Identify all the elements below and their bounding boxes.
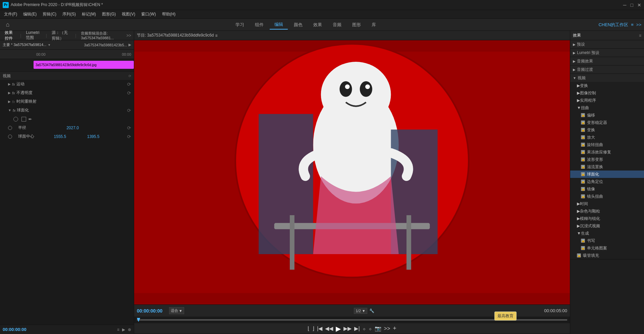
center-watch-icon[interactable]	[8, 135, 12, 139]
rect-tool-icon[interactable]	[21, 117, 26, 122]
ellipse-tool-icon[interactable]	[13, 117, 18, 122]
transport-more-btn[interactable]: >>	[383, 325, 391, 332]
add-marker-btn[interactable]: +	[392, 324, 397, 333]
workspace-current[interactable]: CHEN的工作区 ≡ >>	[598, 22, 641, 28]
maximize-button[interactable]: □	[631, 2, 633, 8]
ec-play-icon[interactable]: ▶	[122, 327, 125, 332]
go-start-btn[interactable]: |◀	[316, 325, 323, 332]
opacity-reset[interactable]: ⟳	[127, 90, 131, 96]
transform-sub[interactable]: ▶ 变换	[570, 82, 644, 89]
go-end-btn[interactable]: ▶|	[354, 325, 360, 332]
opacity-item[interactable]: ▶ fx 不透明度 ⟳	[0, 89, 134, 97]
wrench-icon[interactable]: 🔧	[369, 308, 374, 313]
corner-pin-item[interactable]: 🔒 边角定位	[570, 178, 644, 185]
menu-file[interactable]: 文件(F)	[1, 11, 20, 18]
program-menu-icon[interactable]: ≡	[215, 33, 218, 38]
lumetri-presets-header[interactable]: ▶ Lumetri 预设	[570, 49, 644, 57]
close-button[interactable]: ✕	[637, 2, 641, 8]
radius-item[interactable]: 半径 2027.0 ⟳	[0, 124, 134, 132]
audio-transitions-header[interactable]: ▶ 音频过渡	[570, 65, 644, 74]
ws-tab-audio[interactable]: 音频	[328, 20, 346, 29]
minimize-button[interactable]: ─	[623, 2, 627, 8]
ws-tab-edit[interactable]: 编辑	[270, 20, 288, 30]
mark-out-btn[interactable]: ⌋	[312, 325, 315, 332]
menu-window[interactable]: 窗口(W)	[139, 11, 158, 18]
write-on-item[interactable]: 🔒 书写	[570, 237, 644, 244]
fit-dropdown[interactable]: 适合 ▼	[169, 307, 184, 314]
ws-tab-graphics[interactable]: 图形	[347, 20, 366, 29]
pen-tool-icon[interactable]: ✒	[28, 116, 32, 122]
spherize-header-item[interactable]: ▼ fx 球面化 ⟳	[0, 106, 134, 115]
offset-item[interactable]: 🔒 偏移	[570, 111, 644, 119]
warp-stab-item[interactable]: 🔒 变形稳定器	[570, 119, 644, 126]
wave-warp-item[interactable]: 🔒 波形变形	[570, 156, 644, 163]
workspace-more-icon[interactable]: >>	[636, 22, 641, 27]
menu-view[interactable]: 视图(V)	[119, 11, 138, 18]
presets-header[interactable]: ▶ 预设	[570, 40, 644, 48]
timecode-display[interactable]: 00:00:00:00	[137, 308, 167, 314]
ec-filter-icon[interactable]: ≡	[117, 327, 119, 332]
mirror-item[interactable]: 🔒 镜像	[570, 185, 644, 193]
insert-btn[interactable]: ⬦	[362, 325, 367, 332]
center-x-value[interactable]: 1555.5	[54, 134, 66, 139]
menu-help[interactable]: 帮助(H)	[159, 11, 178, 18]
overwrite-btn[interactable]: ⬦	[368, 325, 373, 332]
quality-dropdown[interactable]: 1/2 ▼	[354, 308, 367, 314]
immersive-video-sub[interactable]: ▶ 沉浸式视频	[570, 222, 644, 230]
ws-tab-assembly[interactable]: 组件	[250, 20, 268, 29]
center-item[interactable]: 球面中心 1555.5 1395.5 ⟳	[0, 132, 134, 141]
effects-panel-menu[interactable]: ≡	[639, 33, 641, 38]
utility-sub[interactable]: ▶ 实用程序	[570, 97, 644, 104]
turbulent-displace-item[interactable]: 🔒 湍流置换	[570, 163, 644, 171]
menu-clip[interactable]: 剪辑(C)	[40, 11, 59, 18]
export-frame-btn[interactable]: 📷	[374, 325, 382, 332]
video-effects-header[interactable]: ▼ 视频	[570, 74, 644, 82]
menu-edit[interactable]: 编辑(E)	[20, 11, 39, 18]
ec-add-icon[interactable]: ⊕	[128, 327, 131, 332]
distort-sub[interactable]: ▼ 扭曲	[570, 104, 644, 111]
twirl-item[interactable]: 🔒 旋转扭曲	[570, 141, 644, 148]
mark-in-btn[interactable]: ⌊	[307, 325, 310, 332]
magnify-item[interactable]: 🔒 放大	[570, 134, 644, 141]
cell-pattern-item[interactable]: 🔒 单元格图案	[570, 244, 644, 252]
generate-sub[interactable]: ▼ 生成	[570, 230, 644, 237]
ws-tab-effects[interactable]: 效果	[309, 20, 327, 29]
step-back-btn[interactable]: ◀◀	[324, 325, 334, 332]
eyedropper-fill-item[interactable]: 🔒 吸管填充	[570, 252, 644, 259]
spherize-item[interactable]: 🔒 球面化	[570, 171, 644, 178]
ws-tab-learn[interactable]: 学习	[231, 20, 249, 29]
ws-tab-color[interactable]: 颜色	[289, 20, 307, 29]
radius-watch-icon[interactable]	[8, 126, 12, 130]
home-button[interactable]: ⌂	[3, 20, 13, 30]
menu-sequence[interactable]: 序列(S)	[60, 11, 78, 18]
ws-tab-library[interactable]: 库	[367, 20, 381, 29]
audio-effects-header[interactable]: ▶ 音频效果	[570, 57, 644, 65]
time-sub[interactable]: ▶ 时间	[570, 200, 644, 207]
radius-value[interactable]: 2027.0	[66, 126, 79, 130]
blur-sharpen-sub[interactable]: ▶ 模糊与锐化	[570, 215, 644, 222]
step-fwd-btn[interactable]: ▶▶	[343, 325, 352, 332]
lens-distort-item[interactable]: 🔒 镜头扭曲	[570, 193, 644, 200]
time-remap-item[interactable]: ▶ fx 时间重映射	[0, 97, 134, 106]
workspace-menu-icon[interactable]: ≡	[631, 22, 634, 27]
menu-graphic[interactable]: 图形(G)	[99, 11, 118, 18]
source-dropdown-icon[interactable]: ▼	[48, 43, 51, 47]
tab-effect-controls[interactable]: 效果控件	[3, 29, 17, 42]
motion-reset[interactable]: ⟳	[127, 82, 131, 87]
transform-effect-item[interactable]: 🔒 变换	[570, 126, 644, 134]
rolling-shutter-item[interactable]: 🔒 果冻效应修复	[570, 148, 644, 156]
panel-menu-icon[interactable]: >>	[126, 33, 131, 38]
tab-source[interactable]: 源：（无剪辑）	[50, 29, 72, 42]
center-reset[interactable]: ⟳	[127, 134, 131, 139]
play-btn[interactable]: ▶	[335, 324, 341, 333]
center-y-value[interactable]: 1395.5	[87, 134, 100, 139]
tab-audio-mixer[interactable]: 音频剪辑混合器: 3a575347fa59881...	[79, 30, 124, 41]
spherize-reset[interactable]: ⟳	[127, 108, 131, 113]
play-icon[interactable]: ▶	[128, 43, 131, 47]
motion-item[interactable]: ▶ fx 运动 ⟳	[0, 80, 134, 89]
image-control-sub[interactable]: ▶ 图像控制	[570, 89, 644, 97]
noise-grain-sub[interactable]: ▶ 杂色与颗粒	[570, 207, 644, 215]
menu-marker[interactable]: 标记(M)	[79, 11, 99, 18]
tab-lumetri-scope[interactable]: Lumetri 范围	[24, 30, 43, 41]
radius-reset[interactable]: ⟳	[127, 125, 131, 131]
